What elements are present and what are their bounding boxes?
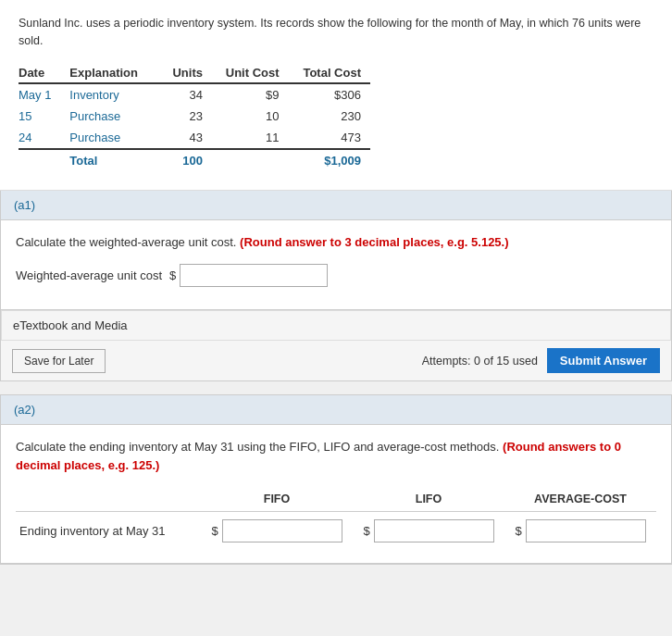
- table-cell: May 1: [19, 83, 69, 106]
- table-row: 15Purchase2310230: [19, 106, 370, 127]
- weighted-avg-input[interactable]: [180, 264, 328, 287]
- a1-instruction-normal: Calculate the weighted-average unit cost…: [16, 235, 236, 249]
- table-row: 24Purchase4311473: [19, 127, 370, 149]
- a2-fifo-dollar: $: [211, 524, 218, 538]
- table-cell: 23: [164, 106, 212, 127]
- a2-col-avg: AVERAGE-COST: [504, 487, 656, 512]
- col-header-date: Date: [19, 63, 69, 83]
- table-total-row: Total100$1,009: [19, 149, 370, 171]
- a2-body: Calculate the ending inventory at May 31…: [1, 425, 671, 564]
- col-header-explanation: Explanation: [69, 63, 164, 83]
- a2-row-ending-inventory: Ending inventory at May 31 $ $: [16, 512, 656, 551]
- attempts-text: Attempts: 0 of 15 used: [422, 355, 538, 368]
- a1-instruction: Calculate the weighted-average unit cost…: [16, 233, 656, 252]
- submit-answer-button[interactable]: Submit Answer: [547, 348, 660, 373]
- top-section: Sunland Inc. uses a periodic inventory s…: [0, 0, 672, 191]
- a2-panel: (a2) Calculate the ending inventory at M…: [0, 394, 672, 565]
- table-cell: 230: [289, 106, 370, 127]
- a2-table: FIFO LIFO AVERAGE-COST Ending inventory …: [16, 487, 656, 550]
- inventory-table: Date Explanation Units Unit Cost Total C…: [19, 63, 370, 171]
- etextbook-label: eTextbook and Media: [13, 318, 128, 332]
- total-cell: $1,009: [289, 149, 370, 171]
- a1-body: Calculate the weighted-average unit cost…: [1, 220, 671, 311]
- intro-text: Sunland Inc. uses a periodic inventory s…: [19, 15, 653, 50]
- a2-avg-cell: $: [504, 512, 656, 551]
- table-cell: Purchase: [69, 127, 164, 149]
- table-cell: 24: [19, 127, 69, 149]
- a1-label: (a1): [14, 198, 35, 212]
- total-cell: [212, 149, 289, 171]
- table-cell: 11: [212, 127, 289, 149]
- a2-fifo-wrapper: $: [205, 519, 349, 542]
- a2-avg-input[interactable]: [526, 519, 646, 542]
- total-cell: Total: [69, 149, 164, 171]
- etextbook-bar: eTextbook and Media: [1, 310, 671, 341]
- a2-instruction-normal: Calculate the ending inventory at May 31…: [16, 440, 499, 454]
- a2-col-fifo: FIFO: [201, 487, 353, 512]
- a2-col-lifo: LIFO: [353, 487, 504, 512]
- a2-fifo-cell: $: [201, 512, 353, 551]
- col-header-unit-cost: Unit Cost: [212, 63, 289, 83]
- col-header-units: Units: [164, 63, 212, 83]
- weighted-avg-input-row: Weighted-average unit cost $: [16, 264, 656, 287]
- save-later-button[interactable]: Save for Later: [12, 349, 106, 373]
- table-cell: $306: [289, 83, 370, 106]
- a2-lifo-dollar: $: [363, 524, 369, 538]
- a2-header: (a2): [1, 395, 671, 425]
- table-row: May 1Inventory34$9$306: [19, 83, 370, 106]
- total-cell: [19, 149, 69, 171]
- table-cell: $9: [212, 83, 289, 106]
- total-cell: 100: [164, 149, 212, 171]
- a2-fifo-input[interactable]: [222, 519, 342, 542]
- a2-label: (a2): [14, 403, 35, 417]
- a2-col-empty: [16, 487, 201, 512]
- a1-panel: (a1) Calculate the weighted-average unit…: [0, 191, 672, 382]
- a2-lifo-input[interactable]: [374, 519, 494, 542]
- a2-row-label: Ending inventory at May 31: [16, 512, 201, 551]
- a1-instruction-red: (Round answer to 3 decimal places, e.g. …: [240, 235, 508, 249]
- table-cell: 473: [289, 127, 370, 149]
- a2-avg-dollar: $: [515, 524, 521, 538]
- table-cell: 34: [164, 83, 212, 106]
- a1-footer: Save for Later Attempts: 0 of 15 used Su…: [1, 341, 671, 380]
- table-cell: Purchase: [69, 106, 164, 127]
- table-cell: Inventory: [69, 83, 164, 106]
- table-cell: 10: [212, 106, 289, 127]
- a2-lifo-cell: $: [353, 512, 504, 551]
- a2-lifo-wrapper: $: [356, 519, 501, 542]
- table-cell: 43: [164, 127, 212, 149]
- a1-header: (a1): [1, 191, 671, 220]
- col-header-total-cost: Total Cost: [289, 63, 370, 83]
- a1-dollar-sign: $: [169, 268, 176, 282]
- table-cell: 15: [19, 106, 69, 127]
- a2-instruction: Calculate the ending inventory at May 31…: [16, 438, 656, 474]
- weighted-avg-label: Weighted-average unit cost: [16, 268, 162, 282]
- footer-right: Attempts: 0 of 15 used Submit Answer: [422, 348, 660, 373]
- a2-avg-wrapper: $: [508, 519, 653, 542]
